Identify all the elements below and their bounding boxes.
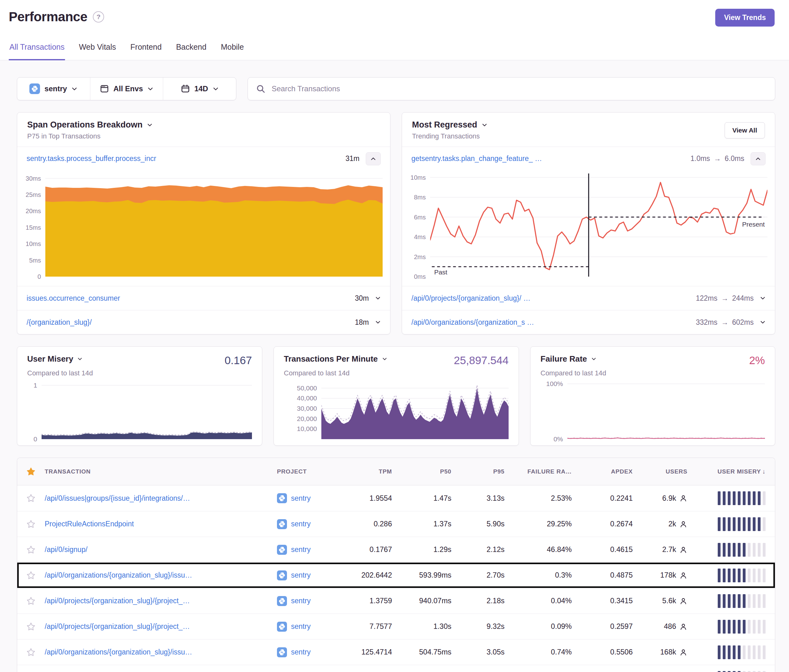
chevron-down-icon[interactable] [760,296,765,300]
collapse-button[interactable] [751,152,765,165]
user-icon [679,520,687,528]
transaction-link[interactable]: /api/0/organizations/{organization_slug}… [45,648,277,656]
span-op-link[interactable]: issues.occurrence_consumer [27,294,348,303]
environment-filter[interactable]: All Envs [90,78,163,100]
regression-to: 602ms [732,318,754,327]
tpm-chart[interactable]: 50,00040,00030,00020,00010,000 [284,381,509,441]
table-row[interactable]: /api/0/projects/{organization_slug}/{pro… [17,588,775,613]
tab-mobile[interactable]: Mobile [220,42,244,60]
failure-rate-title: Failure Rate [540,354,587,364]
failure-rate-dropdown[interactable]: Failure Rate [540,354,596,364]
page-title: Performance [9,9,87,25]
transaction-link[interactable]: /api/0/projects/{organization_slug}/{pro… [45,622,277,631]
project-link[interactable]: sentry [291,494,311,503]
project-link[interactable]: sentry [291,648,311,656]
star-toggle[interactable] [17,493,45,503]
chevron-up-icon [755,157,761,161]
regression-to: 6.0ms [725,155,744,163]
tpm-value: 25,897.544 [454,354,509,367]
regressed-transaction-link[interactable]: getsentry.tasks.plan_change_feature_ … [411,155,684,163]
regressed-transaction-link[interactable]: /api/0/organizations/{organization_s … [411,318,690,327]
p50-cell: 1.30s [401,622,461,631]
table-row[interactable] [17,665,775,672]
project-filter[interactable]: sentry [17,78,90,100]
table-row[interactable]: ProjectRuleActionsEndpoint sentry 0.286 … [17,511,775,537]
project-link[interactable]: sentry [291,622,311,631]
environment-filter-label: All Envs [113,85,143,93]
span-operations-chart[interactable]: 30ms25ms20ms15ms10ms5ms0 [18,174,383,277]
star-toggle[interactable] [17,622,45,631]
span-op-value: 18m [355,318,369,327]
p50-cell: 1.29s [401,546,461,554]
failure-rate-chart[interactable]: 100%0% [540,381,765,441]
regression-from: 1.0ms [690,155,710,163]
collapse-button[interactable] [366,152,381,165]
project-link[interactable]: sentry [291,597,311,605]
user-misery-bars [697,645,775,659]
view-trends-button[interactable]: View Trends [715,9,775,27]
tab-web-vitals[interactable]: Web Vitals [78,42,117,60]
transactions-table: TRANSACTION PROJECT TPM P50 P95 FAILURE … [17,458,775,672]
most-regressed-title: Most Regressed [412,120,478,130]
column-users[interactable]: USERS [642,468,697,475]
user-icon [679,494,687,502]
favorites-column-icon[interactable] [17,467,45,476]
star-toggle[interactable] [17,571,45,580]
search-input[interactable] [271,84,767,93]
p50-cell: 593.99ms [401,571,461,579]
page-header: Performance ? View Trends All Transactio… [0,0,789,60]
column-p95[interactable]: P95 [461,468,514,475]
date-range-filter[interactable]: 14D [163,78,236,100]
column-transaction[interactable]: TRANSACTION [45,468,277,475]
most-regressed-dropdown[interactable]: Most Regressed [412,120,487,130]
table-row[interactable]: /api/0/issues|groups/{issue_id}/integrat… [17,485,775,511]
project-link[interactable]: sentry [291,546,311,554]
tab-all-transactions[interactable]: All Transactions [9,42,65,60]
regression-to: 244ms [732,294,754,303]
user-misery-bars [697,671,775,672]
span-operations-dropdown[interactable]: Span Operations Breakdown [27,120,153,130]
project-link[interactable]: sentry [291,520,311,528]
chevron-down-icon[interactable] [760,320,765,324]
transaction-link[interactable]: /api/0/projects/{organization_slug}/{pro… [45,597,277,605]
column-tpm[interactable]: TPM [348,468,401,475]
chevron-down-icon[interactable] [375,296,381,300]
table-row[interactable]: /api/0/organizations/{organization_slug}… [17,562,775,588]
date-range-filter-label: 14D [195,85,208,93]
column-failure-rate[interactable]: FAILURE RA… [514,468,581,475]
transaction-link[interactable]: /api/0/issues|groups/{issue_id}/integrat… [45,494,277,503]
python-project-icon [277,647,287,657]
tab-backend[interactable]: Backend [176,42,207,60]
transaction-link[interactable]: ProjectRuleActionsEndpoint [45,520,277,528]
apdex-cell: 0.3415 [581,597,642,605]
chevron-down-icon [591,357,596,361]
column-project[interactable]: PROJECT [277,468,348,475]
table-row[interactable]: /api/0/organizations/{organization_slug}… [17,639,775,665]
project-link[interactable]: sentry [291,571,311,579]
user-misery-chart[interactable]: 10 [27,381,252,441]
tab-frontend[interactable]: Frontend [130,42,162,60]
chevron-down-icon [147,87,153,91]
span-op-link[interactable]: /{organization_slug}/ [27,318,348,327]
apdex-cell: 0.4615 [581,546,642,554]
star-toggle[interactable] [17,519,45,529]
span-op-link[interactable]: sentry.tasks.process_buffer.process_incr [27,155,339,163]
transaction-link[interactable]: /api/0/organizations/{organization_slug}… [45,571,277,579]
help-icon[interactable]: ? [93,11,104,22]
tpm-dropdown[interactable]: Transactions Per Minute [284,354,387,364]
user-misery-dropdown[interactable]: User Misery [27,354,83,364]
table-row[interactable]: /api/0/signup/ sentry 0.1767 1.29s 2.12s… [17,537,775,562]
star-toggle[interactable] [17,596,45,606]
table-row[interactable]: /api/0/projects/{organization_slug}/{pro… [17,613,775,639]
star-toggle[interactable] [17,648,45,657]
column-user-misery[interactable]: USER MISERY↓ [697,468,775,475]
most-regressed-chart[interactable]: 10ms8ms6ms4ms2ms0msPastPresent [402,174,767,277]
user-misery-value: 0.167 [224,354,252,367]
star-toggle[interactable] [17,545,45,554]
transaction-link[interactable]: /api/0/signup/ [45,546,277,554]
regressed-transaction-link[interactable]: /api/0/projects/{organization_slug}/ … [411,294,690,303]
column-apdex[interactable]: APDEX [581,468,642,475]
column-p50[interactable]: P50 [401,468,461,475]
view-all-button[interactable]: View All [725,122,765,139]
chevron-down-icon[interactable] [375,320,381,324]
